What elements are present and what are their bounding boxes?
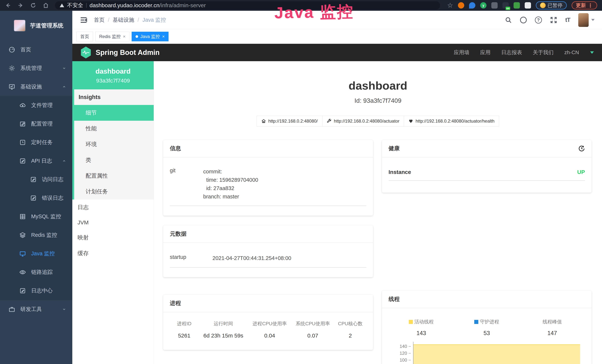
annotation-java-monitor: Java 监控	[274, 1, 354, 24]
process-col-cpu: 进程CPU使用率	[248, 321, 291, 327]
help-icon[interactable]: ?	[535, 17, 542, 23]
instance-links: http://192.168.0.2:48080/ http://192.168…	[154, 116, 602, 127]
info-card: 信息 git commit: time: 1596289704000 id: 2…	[163, 140, 373, 216]
chevron-up-icon	[62, 159, 66, 163]
log-edit-icon	[19, 288, 26, 294]
process-col-syscpu: 系统CPU使用率	[291, 321, 334, 327]
extension-grid-icon[interactable]	[491, 2, 498, 9]
sidebar-item-tracing[interactable]: 链路追踪	[0, 263, 72, 281]
process-col-uptime: 运行时间	[199, 321, 248, 327]
home-icon[interactable]	[43, 2, 49, 9]
insights-group-label: Insights	[74, 89, 154, 105]
sba-item-scheduled-tasks[interactable]: 计划任务	[74, 184, 154, 200]
sba-locale-select[interactable]: zh-CN	[564, 50, 579, 55]
back-icon[interactable]	[5, 2, 11, 9]
sba-nav-wallboard[interactable]: 应用墙	[454, 49, 469, 56]
bookmark-star-icon[interactable]: ☆	[447, 1, 453, 9]
sidebar-item-config[interactable]: 配置管理	[0, 115, 72, 133]
sba-nav-applications[interactable]: 应用	[480, 49, 491, 56]
instance-id: 93a3fc7f7409	[74, 77, 152, 84]
briefcase-icon	[9, 306, 15, 313]
app-logo	[14, 20, 26, 32]
sba-item-details[interactable]: 细节	[72, 105, 154, 121]
health-row-label: Instance	[389, 169, 411, 175]
breadcrumb-infra[interactable]: 基础设施	[113, 16, 134, 24]
tab-java-monitor[interactable]: Java 监控 ×	[132, 32, 169, 41]
sidebar-item-redis[interactable]: Redis 监控	[0, 226, 72, 244]
sidebar-item-access-log[interactable]: 访问日志	[0, 170, 72, 189]
extension-icon-1[interactable]	[458, 2, 464, 9]
sidebar-item-error-log[interactable]: 错误日志	[0, 189, 72, 207]
eye-icon	[19, 269, 26, 276]
live-threads-area	[413, 344, 580, 364]
metadata-row-value: 2021-04-27T00:44:31.254+08:00	[213, 254, 366, 262]
process-col-pid: 进程ID	[170, 321, 199, 327]
fullscreen-icon[interactable]	[550, 17, 557, 23]
sba-item-config-props[interactable]: 配置属性	[74, 168, 154, 184]
sidebar-item-api-log[interactable]: API 日志	[0, 152, 72, 170]
sba-nav-journal[interactable]: 日志报表	[501, 49, 522, 56]
legend-peak-value: 147	[519, 330, 585, 337]
extension-onetab-icon[interactable]: on	[502, 2, 509, 9]
sba-item-environment[interactable]: 环境	[74, 137, 154, 152]
close-icon[interactable]: ×	[162, 34, 165, 39]
sidebar-item-system[interactable]: 系统管理	[0, 59, 72, 77]
tab-home[interactable]: 首页	[76, 32, 93, 41]
actuator-url-button[interactable]: http://192.168.0.2:48080/actuator	[322, 116, 404, 127]
sidebar-item-files[interactable]: 文件管理	[0, 96, 72, 115]
extensions-puzzle-icon[interactable]	[525, 2, 531, 9]
info-row-label: git	[170, 167, 203, 201]
active-dot	[136, 35, 138, 38]
extension-y-icon[interactable]: y	[480, 2, 486, 9]
log-edit-icon	[30, 195, 37, 201]
sidebar-item-home[interactable]: 首页	[0, 40, 72, 59]
service-url-button[interactable]: http://192.168.0.2:48080/	[257, 116, 322, 127]
close-icon[interactable]: ×	[123, 34, 126, 39]
log-edit-icon	[30, 176, 37, 183]
history-icon[interactable]	[578, 145, 585, 152]
tab-redis-monitor[interactable]: Redis 监控 ×	[95, 32, 129, 41]
reload-icon[interactable]	[30, 2, 36, 9]
cloud-upload-icon	[19, 102, 26, 109]
sidebar-item-infra[interactable]: 基础设施	[0, 77, 72, 96]
sidebar-item-log-center[interactable]: 日志中心	[0, 281, 72, 300]
metadata-card-title: 元数据	[170, 230, 366, 238]
app-logo-row: 芋道管理系统	[0, 11, 72, 40]
sba-navbar: Spring Boot Admin 应用墙 应用 日志报表 关于我们 zh-CN	[72, 44, 602, 61]
infra-submenu: 文件管理 配置管理 定时任务 API 日志 访问日志	[0, 96, 72, 300]
update-button[interactable]: 更新 ⋮	[572, 1, 597, 10]
sba-logo-icon[interactable]	[80, 47, 91, 58]
extension-leaf-icon[interactable]	[514, 2, 520, 9]
health-card-title: 健康	[389, 145, 579, 152]
legend-daemon-value: 53	[454, 330, 519, 337]
sba-nav-about[interactable]: 关于我们	[533, 49, 554, 56]
y-axis-ticks: 140 120 100	[389, 343, 411, 364]
sidebar-item-mysql[interactable]: MySQL 监控	[0, 207, 72, 226]
sidebar-item-jobs[interactable]: 定时任务	[0, 133, 72, 152]
avatar-caret-icon[interactable]	[591, 19, 595, 21]
sidebar-item-java-monitor[interactable]: Java 监控	[0, 244, 72, 263]
user-avatar[interactable]	[578, 13, 589, 27]
github-icon[interactable]	[520, 17, 527, 23]
sba-item-mappings[interactable]: 映射	[72, 230, 154, 246]
sba-item-classes[interactable]: 类	[74, 152, 154, 168]
health-url-button[interactable]: http://192.168.0.2:48080/actuator/health	[404, 116, 499, 127]
browser-menu-icon[interactable]: ⋮	[588, 2, 593, 9]
url-bar[interactable]: 不安全 dashboard.yudao.iocoder.cn/infra/adm…	[55, 1, 440, 10]
forward-icon[interactable]	[17, 2, 24, 9]
sba-item-caches[interactable]: 缓存	[72, 246, 154, 261]
instance-block[interactable]: dashboard 93a3fc7f7409	[72, 61, 154, 89]
paused-pill[interactable]: 已暂停	[536, 1, 567, 10]
breadcrumb-home[interactable]: 首页	[94, 16, 105, 24]
sba-brand[interactable]: Spring Boot Admin	[96, 49, 160, 57]
sba-item-jvm[interactable]: JVM	[72, 215, 154, 230]
extension-pin-icon[interactable]	[469, 2, 475, 9]
sidebar-item-devtools[interactable]: 研发工具	[0, 300, 72, 319]
sba-item-logs[interactable]: 日志	[72, 200, 154, 215]
process-table: 进程ID5261 运行时间6d 23h 15m 59s 进程CPU使用率0.04…	[170, 321, 366, 339]
search-icon[interactable]	[505, 17, 512, 23]
not-secure-icon	[60, 3, 64, 7]
font-size-icon[interactable]: tT	[565, 17, 570, 23]
hamburger-icon[interactable]	[80, 16, 87, 24]
sba-item-metrics[interactable]: 性能	[74, 121, 154, 137]
